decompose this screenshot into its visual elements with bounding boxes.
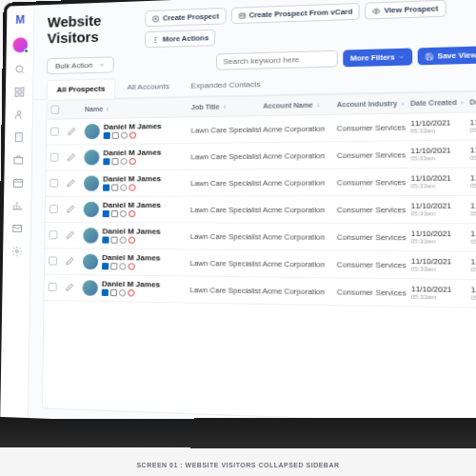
edit-row-button[interactable]	[66, 256, 83, 267]
warn-icon[interactable]	[129, 158, 136, 165]
linkedin-icon[interactable]	[102, 289, 109, 296]
dashboard-icon[interactable]	[13, 87, 25, 98]
thumb-icon[interactable]	[121, 132, 128, 139]
kebab-icon	[151, 35, 159, 43]
search-icon[interactable]	[13, 64, 25, 75]
warn-icon[interactable]	[128, 289, 134, 296]
more-filters-button[interactable]: More Filters	[343, 49, 412, 68]
pencil-icon	[67, 204, 75, 212]
mail-icon[interactable]	[11, 223, 23, 234]
edit-row-button[interactable]	[67, 178, 84, 188]
prospect-name[interactable]: Daniel M James	[104, 123, 162, 131]
create-prospect-button[interactable]: Create Prospect	[145, 8, 226, 27]
linkedin-icon[interactable]	[103, 158, 109, 165]
table-row[interactable]: Daniel M James Lawn Care Specialist Acme…	[45, 223, 476, 252]
row-checkbox[interactable]	[50, 204, 58, 212]
linkedin-icon[interactable]	[102, 263, 109, 269]
thumb-icon[interactable]	[119, 263, 126, 269]
copy-icon[interactable]	[110, 263, 117, 269]
col-account-industry[interactable]: Account Industry	[337, 100, 410, 109]
col-date-created-2[interactable]: Date Created	[469, 97, 476, 106]
select-all-checkbox[interactable]	[50, 106, 59, 114]
col-date-created[interactable]: Date Created	[410, 98, 469, 107]
account-name-cell: Acme Corporation	[263, 286, 337, 296]
chart-icon[interactable]	[11, 200, 23, 211]
warn-icon[interactable]	[129, 131, 136, 138]
settings-icon[interactable]	[10, 246, 22, 257]
copy-icon[interactable]	[111, 158, 118, 165]
col-name[interactable]: Name	[85, 104, 191, 112]
prospect-name[interactable]: Daniel M James	[103, 175, 161, 183]
table-row[interactable]: Daniel M James Lawn Care Specialist Acme…	[47, 140, 476, 170]
col-job-title[interactable]: Job Title	[191, 103, 264, 111]
calendar-icon[interactable]	[12, 177, 24, 188]
svg-rect-3	[15, 93, 18, 97]
view-prospect-button[interactable]: View Prospect	[366, 0, 446, 20]
account-name-cell: Acme Corporation	[263, 232, 337, 242]
edit-row-button[interactable]	[66, 230, 83, 241]
social-icons	[102, 263, 160, 270]
copy-icon[interactable]	[111, 185, 118, 191]
linkedin-icon[interactable]	[103, 185, 109, 191]
building-icon[interactable]	[12, 131, 24, 143]
prospect-name[interactable]: Daniel M James	[103, 202, 161, 209]
copy-icon[interactable]	[111, 210, 118, 217]
row-checkbox[interactable]	[50, 152, 59, 161]
thumb-icon[interactable]	[120, 184, 127, 190]
logo-icon[interactable]: M	[15, 13, 25, 27]
warn-icon[interactable]	[129, 210, 135, 217]
tab-all-prospects[interactable]: All Prospects	[47, 78, 116, 100]
prospect-name[interactable]: Daniel M James	[102, 280, 160, 288]
user-avatar[interactable]	[12, 37, 28, 52]
row-checkbox[interactable]	[49, 230, 57, 239]
col-account-name[interactable]: Account Name	[263, 101, 337, 109]
warn-icon[interactable]	[129, 184, 135, 190]
copy-icon[interactable]	[110, 237, 117, 244]
save-view-button[interactable]: Save View	[418, 46, 476, 65]
warn-icon[interactable]	[128, 263, 134, 269]
table-row[interactable]: Daniel M James Lawn Care Specialist Acme…	[46, 196, 476, 224]
briefcase-icon[interactable]	[12, 154, 24, 166]
search-input[interactable]	[216, 50, 338, 70]
prospect-name[interactable]: Daniel M James	[102, 228, 160, 235]
date-cell-2: 11/10/202105:33am	[469, 118, 476, 133]
thumb-icon[interactable]	[120, 237, 127, 244]
thumb-icon[interactable]	[120, 158, 127, 165]
row-avatar	[84, 149, 99, 165]
prospect-name[interactable]: Daniel M James	[102, 254, 160, 263]
create-from-vcard-button[interactable]: Create Prospect From vCard	[231, 3, 361, 24]
thumb-icon[interactable]	[120, 210, 127, 217]
svg-point-5	[17, 110, 21, 114]
users-icon[interactable]	[13, 109, 25, 120]
table-row[interactable]: Daniel M James Lawn Care Specialist Acme…	[46, 169, 476, 197]
create-from-vcard-label: Create Prospect From vCard	[248, 7, 352, 19]
linkedin-icon[interactable]	[102, 237, 109, 244]
row-checkbox[interactable]	[49, 256, 57, 265]
name-cell: Daniel M James	[83, 254, 190, 271]
prospect-name[interactable]: Daniel M James	[103, 149, 161, 157]
edit-row-button[interactable]	[67, 152, 84, 163]
edit-row-button[interactable]	[68, 127, 85, 137]
warn-icon[interactable]	[129, 237, 135, 244]
linkedin-icon[interactable]	[103, 210, 109, 217]
linkedin-icon[interactable]	[104, 132, 110, 139]
account-industry-cell: Consumer Services	[337, 205, 411, 214]
name-cell: Daniel M James	[83, 280, 190, 297]
bulk-action-dropdown[interactable]: Bulk Action	[47, 56, 113, 74]
copy-icon[interactable]	[110, 289, 117, 296]
edit-row-button[interactable]	[66, 283, 83, 293]
date-cell-2: 11/10/202105:33am	[470, 230, 476, 245]
svg-point-13	[240, 14, 241, 15]
row-checkbox[interactable]	[50, 178, 58, 187]
row-checkbox[interactable]	[49, 282, 57, 290]
row-checkbox[interactable]	[50, 127, 59, 135]
copy-icon[interactable]	[112, 132, 119, 139]
table-row[interactable]: Daniel M James Lawn Care Specialist Acme…	[45, 275, 476, 308]
tab-expanded-contacts[interactable]: Expanded Contacts	[181, 74, 270, 96]
tab-all-accounts[interactable]: All Accounts	[117, 77, 179, 98]
thumb-icon[interactable]	[119, 289, 126, 296]
edit-row-button[interactable]	[67, 204, 84, 214]
pencil-icon	[67, 178, 75, 187]
more-actions-button[interactable]: More Actions	[145, 30, 215, 49]
svg-rect-2	[20, 88, 23, 91]
